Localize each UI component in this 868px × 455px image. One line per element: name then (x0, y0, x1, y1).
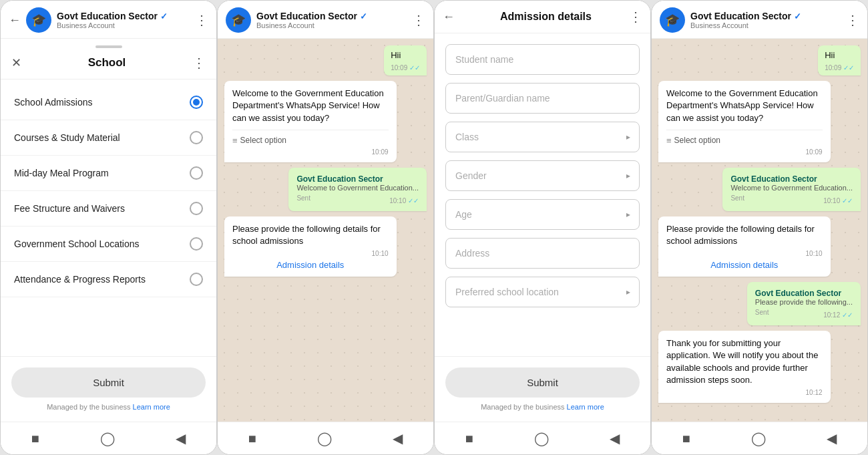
provide-time: 10:10 (666, 250, 823, 257)
home-icon[interactable]: ◯ (317, 430, 332, 446)
radio-button[interactable] (190, 166, 203, 180)
screen2-header: 🎓 Govt Education Sector ✓ Business Accou… (218, 1, 433, 39)
class-select[interactable]: Class (445, 122, 640, 152)
back-icon[interactable]: ◀ (610, 430, 620, 446)
admission-link[interactable]: Admission details (232, 257, 389, 270)
sent-green-bubble2: Govt Education Sector Please provide the… (747, 282, 861, 325)
menu-item-school-admissions[interactable]: School Admissions (1, 85, 216, 120)
thankyou-time: 10:12 (666, 389, 823, 396)
menu-title: School (88, 56, 126, 69)
submit-button[interactable]: Submit (445, 367, 640, 398)
radio-button[interactable] (190, 131, 203, 144)
app-subtitle: Business Account (57, 21, 195, 29)
sent-time2: 10:12 (823, 311, 853, 319)
provide-bubble: Please provide the following details for… (224, 216, 397, 277)
sent-header: Govt Education Sector (730, 174, 853, 184)
address-input[interactable] (445, 238, 640, 269)
home-icon[interactable]: ◯ (751, 430, 766, 446)
parent-name-input[interactable] (445, 83, 640, 114)
menu-item-fee-structure[interactable]: Fee Structure and Waivers (1, 191, 216, 226)
radio-button[interactable] (190, 273, 203, 286)
nav-bar: ■ ◯ ◀ (435, 422, 650, 454)
back-arrow-icon[interactable]: ← (443, 10, 455, 24)
list-icon: ≡ (666, 136, 672, 146)
nav-bar: ■ ◯ ◀ (1, 422, 216, 454)
menu-item-govt-school-locations[interactable]: Government School Locations (1, 226, 216, 262)
hii-text: Hii (825, 49, 854, 61)
nav-bar: ■ ◯ ◀ (218, 422, 433, 454)
sent-time: 10:10 (389, 197, 419, 204)
menu-dots-icon[interactable]: ⋮ (195, 12, 208, 28)
select-option-row: ≡ Select option (232, 130, 389, 146)
back-icon[interactable]: ◀ (393, 430, 403, 446)
gender-wrapper: Gender▸ (445, 160, 640, 191)
menu-dots-icon[interactable]: ⋮ (412, 12, 425, 28)
learn-more-link[interactable]: Learn more (133, 403, 170, 411)
learn-more-link[interactable]: Learn more (567, 403, 604, 411)
welcome-time: 10:09 (232, 148, 389, 156)
header-text: Govt Education Sector ✓ Business Account (690, 11, 846, 29)
sent-header: Govt Education Sector (296, 174, 419, 184)
stop-icon[interactable]: ■ (31, 431, 39, 446)
gender-select[interactable]: Gender (445, 160, 640, 191)
sent-sub: Welcome to Government Education... (296, 184, 419, 192)
radio-button[interactable] (190, 202, 203, 215)
menu-item-midday-meal[interactable]: Mid-day Meal Program (1, 156, 216, 191)
sent-sub: Welcome to Government Education... (730, 184, 853, 192)
hii-bubble: Hii 10:09 (818, 45, 861, 75)
close-icon[interactable]: ✕ (11, 55, 21, 70)
submit-button[interactable]: Submit (11, 367, 206, 398)
menu-dots-icon[interactable]: ⋮ (846, 12, 859, 28)
hii-text: Hii (391, 49, 420, 61)
student-name-input[interactable] (445, 44, 640, 75)
sent-green-bubble: Govt Education Sector Welcome to Governm… (288, 168, 427, 211)
provide-text: Please provide the following details for… (232, 223, 389, 247)
welcome-bubble: Welcome to the Government Education Depa… (224, 81, 397, 162)
select-option-label[interactable]: Select option (674, 136, 720, 145)
admission-link[interactable]: Admission details (666, 257, 823, 270)
screen1-phone: ← 🎓 Govt Education Sector ✓ Business Acc… (0, 0, 217, 455)
menu-item-attendance-progress[interactable]: Attendance & Progress Reports (1, 262, 216, 297)
age-wrapper: Age▸ (445, 199, 640, 230)
screen4-phone: 🎓 Govt Education Sector ✓ Business Accou… (651, 0, 868, 455)
select-option-row: ≡ Select option (666, 130, 823, 146)
app-title: Govt Education Sector ✓ (256, 11, 412, 21)
thankyou-bubble: Thank you for submitting your applicatio… (658, 331, 831, 403)
back-arrow-icon[interactable]: ← (9, 13, 21, 27)
menu-more-icon[interactable]: ⋮ (192, 55, 206, 71)
back-icon[interactable]: ◀ (176, 430, 186, 446)
admission-header: ← Admission details ⋮ (435, 1, 650, 33)
menu-item-label: Mid-day Meal Program (14, 168, 109, 178)
menu-item-courses-study[interactable]: Courses & Study Material (1, 120, 216, 156)
welcome-bubble: Welcome to the Government Education Depa… (658, 81, 831, 162)
preferred-school-select[interactable]: Preferred school location (445, 277, 640, 307)
avatar: 🎓 (226, 7, 251, 33)
provide-bubble: Please provide the following details for… (658, 216, 831, 277)
list-icon: ≡ (232, 136, 238, 146)
managed-text: Managed by the business Learn more (445, 403, 640, 411)
app-subtitle: Business Account (690, 21, 846, 29)
back-icon[interactable]: ◀ (827, 430, 837, 446)
header-text: Govt Education Sector ✓ Business Account (57, 11, 195, 29)
verified-icon: ✓ (160, 11, 168, 21)
sent-label2: Sent (755, 309, 769, 319)
screen1-header: ← 🎓 Govt Education Sector ✓ Business Acc… (1, 1, 216, 39)
age-select[interactable]: Age (445, 199, 640, 230)
stop-icon[interactable]: ■ (682, 431, 690, 446)
admission-title: Admission details (463, 11, 629, 23)
stop-icon[interactable]: ■ (248, 431, 256, 446)
radio-button[interactable] (190, 237, 203, 251)
radio-button[interactable] (190, 96, 203, 109)
menu-dots-icon[interactable]: ⋮ (629, 9, 642, 25)
home-icon[interactable]: ◯ (534, 430, 549, 446)
sent-green-bubble: Govt Education Sector Welcome to Governm… (722, 168, 861, 211)
stop-icon[interactable]: ■ (465, 431, 473, 446)
select-option-label[interactable]: Select option (240, 136, 286, 145)
avatar: 🎓 (26, 7, 51, 33)
menu-item-label: Fee Structure and Waivers (14, 203, 125, 214)
chat-area: Hii 10:09 Welcome to the Government Educ… (652, 39, 867, 422)
admission-form: Class▸Gender▸Age▸Preferred school locati… (435, 33, 650, 356)
class-wrapper: Class▸ (445, 122, 640, 152)
home-icon[interactable]: ◯ (100, 430, 115, 446)
managed-text: Managed by the business Learn more (11, 403, 206, 411)
